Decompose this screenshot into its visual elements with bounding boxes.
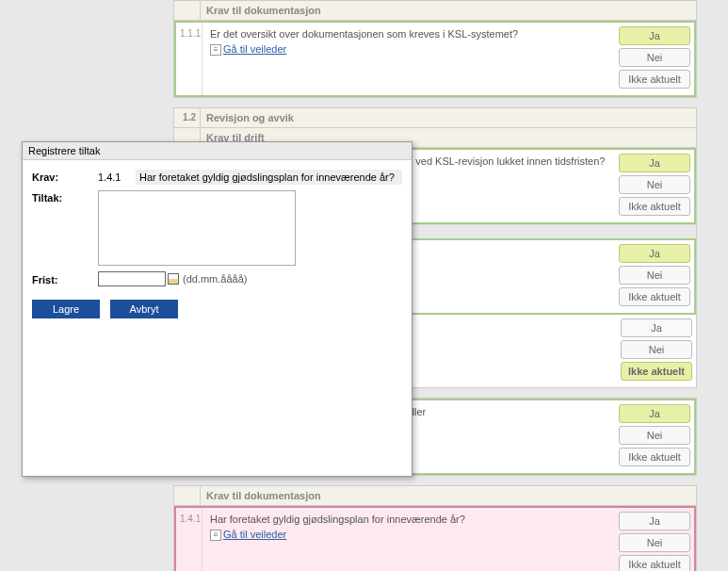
answer-ikke-aktuelt[interactable]: Ikke aktuelt	[619, 287, 690, 306]
question-number: 1.1.1	[176, 23, 202, 95]
tiltak-textarea[interactable]	[98, 190, 296, 266]
answer-ikke-aktuelt[interactable]: Ikke aktuelt	[619, 197, 690, 216]
frist-input[interactable]	[98, 271, 166, 286]
krav-label: Krav:	[32, 170, 98, 185]
question-text: Har foretaket gyldig gjødslingsplan for …	[210, 514, 607, 525]
num-cell	[174, 1, 201, 20]
lagre-button[interactable]: Lagre	[32, 300, 100, 318]
avbryt-button[interactable]: Avbryt	[110, 300, 178, 318]
answer-ikke-aktuelt[interactable]: Ikke aktuelt	[619, 555, 690, 571]
answer-nei[interactable]: Nei	[621, 340, 692, 359]
answer-ikke-aktuelt[interactable]: Ikke aktuelt	[619, 448, 690, 466]
calendar-icon[interactable]	[168, 273, 179, 285]
answer-ja[interactable]: Ja	[619, 244, 690, 263]
answer-ja[interactable]: Ja	[619, 512, 690, 530]
subheader-krav-dok: Krav til dokumentasjon	[201, 1, 696, 20]
answer-nei[interactable]: Nei	[619, 533, 690, 552]
question-row-141: 1.4.1 Har foretaket gyldig gjødslingspla…	[174, 506, 696, 571]
veileder-link[interactable]: Gå til veileder	[223, 43, 286, 55]
section-title: Revisjon og avvik	[201, 108, 696, 127]
answer-ja[interactable]: Ja	[619, 154, 690, 172]
answer-nei[interactable]: Nei	[619, 266, 690, 285]
dialog-title: Registrere tiltak	[23, 142, 412, 160]
answer-ja[interactable]: Ja	[621, 318, 692, 337]
document-icon: ≡	[210, 530, 221, 541]
answer-ikke-aktuelt[interactable]: Ikke aktuelt	[619, 70, 690, 89]
document-icon: ≡	[210, 44, 221, 56]
answer-nei[interactable]: Nei	[619, 48, 690, 67]
answer-ikke-aktuelt[interactable]: Ikke aktuelt	[621, 362, 692, 381]
answer-ja[interactable]: Ja	[619, 26, 690, 45]
tiltak-label: Tiltak:	[32, 190, 98, 266]
krav-question: Har foretaket gyldig gjødslingsplan for …	[136, 170, 402, 185]
answer-nei[interactable]: Nei	[619, 175, 690, 194]
answer-ja[interactable]: Ja	[619, 404, 690, 423]
subheader-krav-dok: Krav til dokumentasjon	[201, 486, 696, 505]
question-text: Er det oversikt over dokumentasjonen som…	[210, 28, 607, 40]
krav-number: 1.4.1	[98, 170, 136, 185]
frist-label: Frist:	[32, 272, 98, 286]
frist-hint: (dd.mm.åååå)	[183, 273, 247, 285]
question-row-111: 1.1.1 Er det oversikt over dokumentasjon…	[174, 21, 696, 97]
answer-nei[interactable]: Nei	[619, 426, 690, 445]
question-number: 1.4.1	[176, 508, 202, 571]
registrere-tiltak-dialog: Registrere tiltak Krav: 1.4.1 Har foreta…	[22, 141, 413, 477]
veileder-link[interactable]: Gå til veileder	[223, 529, 286, 540]
section-number: 1.2	[174, 108, 201, 127]
